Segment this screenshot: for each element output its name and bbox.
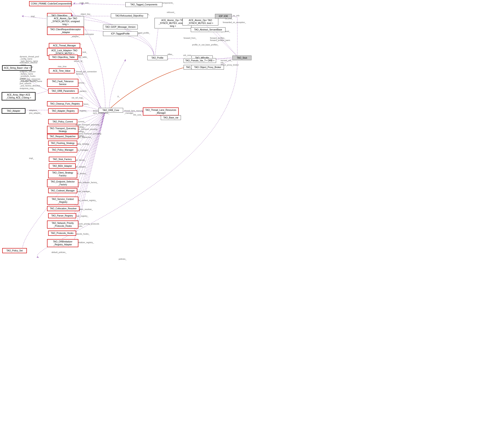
- label-refcount: refcount_: [167, 11, 175, 13]
- node-tao-adapter: TAO_Adapter: [2, 108, 25, 113]
- label-orb-core: orb_core_: [133, 114, 142, 116]
- node-icp-taggedprofile: ICP::TaggedProfile: [103, 31, 138, 36]
- node-tao-policy-current: TAO_Policy_Current: [48, 119, 77, 124]
- label-flush-transport: flush_transport_queuing_strategy_: [76, 128, 97, 133]
- label-stub-factory: stub_factory_: [74, 159, 86, 161]
- node-tao-policy-manager: TAO_Policy_Manager: [48, 147, 77, 152]
- node-tao-policy-set: TAO_Policy_Set: [2, 248, 27, 253]
- node-tao-transport-queueing-strategy: TAO::Transport_QueueingStrategy: [47, 126, 78, 134]
- label-forward-profiles: forward_profiles_forward_profiles_parm: [210, 37, 230, 41]
- label-impl2: impl_: [29, 157, 34, 160]
- node-tao-service-context-registry: TAO_Service_Context_Registry: [47, 197, 78, 205]
- node-tao-base-var: TAO_Base_var: [161, 115, 181, 120]
- label-orb-core2: orb_core_: [183, 54, 192, 56]
- label-dynamic-thread-pool: dynamic_thread_pool_config_name_stub_fac…: [20, 56, 39, 62]
- label-thread-lane-resources-manager-factory: thread_lane_resources_manager_factory_na…: [20, 78, 42, 82]
- node-ace-array-map: ACE_Array_Map< ACE_CString, ACE_CString …: [2, 92, 35, 100]
- label-policies: policies_: [119, 258, 127, 260]
- node-tao-refcounted-objectkey: TAO:Refcounted_ObjectKey: [111, 13, 148, 18]
- node-tao-cleanup-func-registry: TAO_Cleanup_Func_Registry: [47, 101, 83, 106]
- label-endpoints-map: endpoints_map_: [20, 87, 35, 89]
- node-ace-thread-manager: ACE_Thread_Manager: [49, 43, 80, 48]
- label-adapters: adapters_: [29, 109, 38, 112]
- node-tao-clientrequestinterceptor-adapter: TAO::ClientRequestInterceptor_Adapter: [47, 27, 84, 35]
- node-tao-client-strategy-factory: TAO_Client_StrategyFactory: [48, 170, 77, 178]
- node-tao-tagged-components: TAO_Tagged_Components: [125, 2, 162, 7]
- label-profile-in-use: profile_in_use_: [192, 44, 206, 46]
- node-tao-flushing-strategy: TAO_Flushing_Strategy: [48, 141, 77, 146]
- label-default-policies: default_policies_: [51, 251, 66, 253]
- node-tao-orb-parameters: TAO_ORB_Parameters: [48, 88, 78, 94]
- node-tao-abstract-servantbase: TAO_Abstract_ServantBase: [191, 27, 225, 32]
- label-base-profiles: base_profiles_: [206, 44, 219, 46]
- node-iop-ior: IOP::IOR: [215, 14, 232, 19]
- label-protocols-hooks: protocols_hooks_: [74, 233, 90, 235]
- label-impl: impl_: [31, 15, 36, 17]
- node-tao-object-proxy-broker: TAO::Object_Proxy_Broker: [192, 65, 224, 70]
- node-tao-adapter-registry: TAO_Adapter_Registry: [48, 108, 78, 113]
- node-tao-thread-lane-resources-manager: TAO_Thread_Lane_Resources_Manager: [143, 107, 179, 116]
- label-network-priority-protocols-hooks: network_priority_protocols_hooks_: [76, 223, 99, 227]
- node-tao-orb-core: TAO_ORB_Core: [98, 108, 123, 113]
- node-tao-objectkey-table: TAO::ObjectKey_Table: [49, 55, 78, 60]
- label-eager-transport: eager_transport_queueing_strategy_: [76, 124, 99, 128]
- label-forwarded-on-exception: forwarded_on_exception_: [223, 21, 246, 24]
- node-conv-frame-codesetcomponentinfo: CONV_FRAME::CodeSetComponentInfo: [29, 1, 72, 6]
- label-object-key: object_key_: [80, 13, 91, 15]
- node-ace-atomic-op-bool: ACE_Atomic_Op< TAO_SYNCH_MUTEX, bool >: [183, 18, 218, 25]
- node-ace-string-base-char: ACE_String_Base< char >: [2, 65, 31, 71]
- label-init-ref-map: init_ref_map_: [72, 97, 84, 99]
- node-ace-atomic-op-ul-left: ACE_Atomic_Op< TAO_SYNCH_MUTEX, unsigned…: [47, 16, 84, 27]
- label-thread-lane-resources: thread_lane_resources_manager_: [124, 110, 145, 114]
- label-server-id: server_id_: [74, 60, 83, 62]
- label-forward-from: forward_from_: [184, 37, 197, 39]
- label-pref-network: pref_network_poa_factory_directive_: [20, 82, 41, 87]
- node-tao-protocols-hooks: TAO_Protocols_Hooks: [48, 231, 76, 236]
- node-tao-bidir-adapter: TAO_BiDir_Adapter: [49, 163, 76, 168]
- node-tao-parser-registry: TAO_Parser_Registry: [48, 213, 76, 218]
- node-tao-network-priority-protocols-hooks: TAO_Network_Priority_Protocols_Hooks: [47, 221, 78, 229]
- label-p: p_: [118, 95, 120, 97]
- node-tao-fault-tolerance-service: TAO_Fault_ToleranceService: [47, 79, 78, 87]
- node-tao-endpoint-selector-factory: TAO_Endpoint_Selector_Factory: [47, 179, 78, 187]
- node-tao-orbinitiializer-registry-adapter: TAO_ORBInitializer_Registry_Adapter: [47, 239, 78, 247]
- label-poa-adapter: poa_adapter_: [29, 112, 42, 114]
- node-tao-collocation-resolver: TAO_Collocation_Resolver: [47, 206, 80, 211]
- node-tao-giop-message-version: TAO::GIOP_Message_Version: [103, 25, 138, 29]
- label-bidir-adapter: bidir_adapter_: [74, 166, 87, 168]
- node-tao-stub-factory: TAO_Stub_Factory: [49, 157, 76, 162]
- label-thread-per-connection: thread_per_connectiontimeout_: [76, 71, 97, 75]
- diagram-container: code_sets_ tagged_components_ refcount_ …: [0, 0, 483, 448]
- node-tao-request-dispatcher: TAO_Request_Dispatcher: [47, 134, 78, 139]
- label-code-sets: code_sets_: [80, 2, 90, 4]
- node-ace-time-value: ACE_Time_Value: [49, 68, 75, 73]
- node-tao-codeset-manager: TAO_Codeset_Manager: [48, 188, 77, 193]
- label-pfiles: pfiles_: [168, 53, 173, 56]
- node-tao-pseudo-var-t-orb: TAO_Pseudo_Var_T< ORB >: [184, 58, 216, 63]
- label-servant-orb: servant_orb_orb_: [221, 59, 233, 64]
- node-tao-profile: TAO_Profile: [147, 56, 168, 60]
- node-tao-stub: TAO_Stub: [233, 56, 251, 60]
- label-tagged-profile: tagged_profile_: [136, 32, 150, 34]
